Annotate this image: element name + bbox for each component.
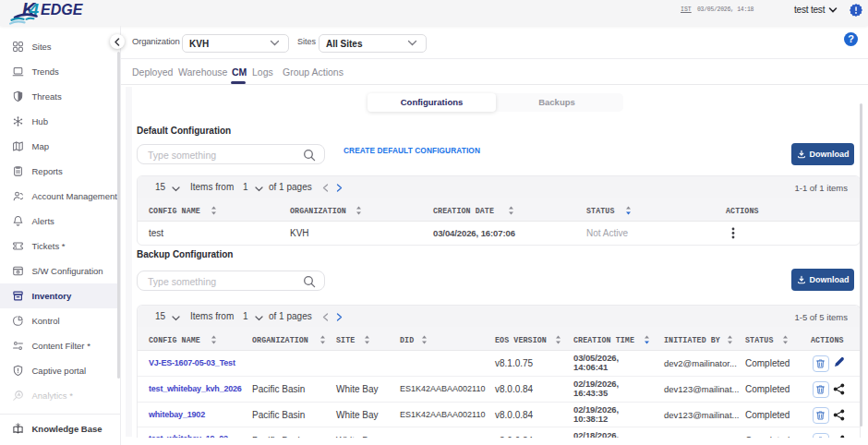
- svg-text:EDGE: EDGE: [41, 2, 84, 18]
